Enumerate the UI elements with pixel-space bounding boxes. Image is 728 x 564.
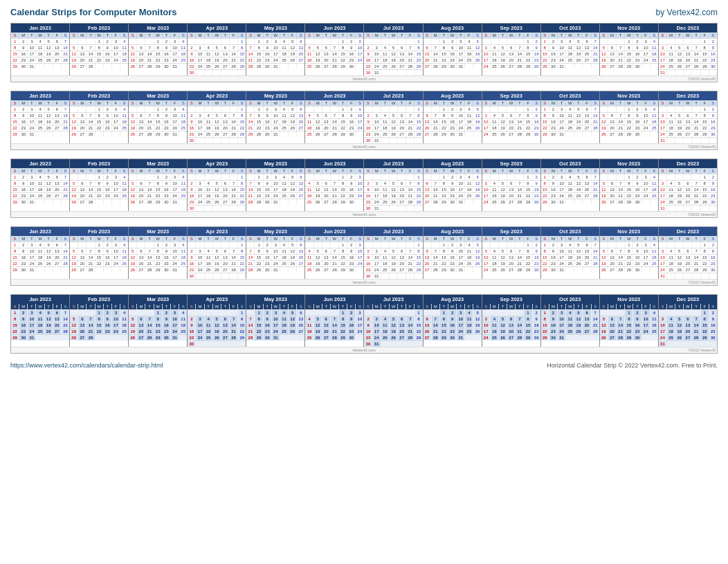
day-cell: 25 bbox=[179, 193, 187, 199]
day-cell: 12 bbox=[314, 51, 322, 57]
day-cell bbox=[45, 64, 53, 69]
day-cell bbox=[406, 70, 415, 75]
day-cell: 9 bbox=[364, 51, 372, 57]
week-row: 11121314151617 bbox=[305, 186, 363, 192]
day-cell: 14 bbox=[87, 322, 95, 328]
copyright: ©2022 Vertex42 bbox=[688, 348, 716, 352]
day-cell: 13 bbox=[221, 187, 230, 192]
day-cell: 16 bbox=[364, 261, 372, 266]
day-cell: 15 bbox=[440, 187, 448, 192]
day-cell: 12 bbox=[574, 248, 583, 254]
week-row: 30 bbox=[188, 205, 246, 211]
week-row: 262728293031 bbox=[129, 131, 187, 137]
day-cell: 7 bbox=[516, 248, 524, 254]
month-block: Mar 2023SMTWTFS 123456789101112131415161… bbox=[129, 24, 188, 75]
day-header: S bbox=[533, 100, 540, 106]
day-header: M bbox=[608, 33, 617, 38]
week-row: 15161718192021 bbox=[541, 186, 599, 192]
day-cell bbox=[608, 310, 617, 316]
day-cell: 4 bbox=[36, 39, 44, 44]
day-cell: 14 bbox=[406, 187, 415, 192]
day-cell bbox=[667, 242, 675, 248]
day-cell: 2 bbox=[709, 39, 717, 44]
day-cell: 9 bbox=[448, 316, 457, 322]
day-cell: 14 bbox=[62, 248, 69, 254]
week-row: 17181920212223 bbox=[482, 260, 540, 266]
day-cell: 22 bbox=[541, 57, 549, 63]
day-cell: 22 bbox=[440, 125, 448, 131]
day-cell: 8 bbox=[255, 113, 263, 118]
day-cell: 16 bbox=[347, 51, 356, 57]
month-block: Oct 2023SMTWTFS1234567891011121314151617… bbox=[541, 24, 600, 75]
week-row: 12345 bbox=[424, 106, 482, 112]
day-header: T bbox=[339, 304, 347, 309]
day-cell: 4 bbox=[120, 174, 128, 180]
day-cell: 7 bbox=[592, 39, 599, 44]
day-cell bbox=[667, 273, 675, 279]
day-cell: 7 bbox=[87, 181, 95, 186]
day-cell: 8 bbox=[701, 316, 709, 322]
day-cell: 3 bbox=[272, 174, 280, 180]
day-cell: 13 bbox=[137, 119, 145, 125]
day-header: F bbox=[230, 236, 238, 242]
day-cell: 26 bbox=[129, 64, 137, 69]
day-cell: 4 bbox=[36, 174, 44, 180]
day-cell: 6 bbox=[78, 113, 87, 118]
day-cell: 30 bbox=[19, 131, 28, 137]
day-header: T bbox=[221, 236, 230, 242]
day-cell bbox=[465, 335, 473, 340]
day-cell: 15 bbox=[625, 51, 633, 57]
day-cell: 3 bbox=[373, 113, 381, 118]
day-cell: 2 bbox=[533, 174, 540, 180]
day-cell: 22 bbox=[238, 261, 246, 266]
day-cell: 16 bbox=[533, 51, 540, 57]
day-cell: 9 bbox=[104, 316, 112, 322]
day-cell bbox=[390, 242, 398, 248]
week-row: 23242526272829 bbox=[364, 199, 422, 205]
day-cell: 12 bbox=[289, 248, 297, 254]
day-cell: 23 bbox=[549, 193, 558, 199]
day-cell bbox=[600, 242, 608, 248]
day-cell: 26 bbox=[45, 125, 53, 131]
day-cell: 17 bbox=[356, 119, 363, 125]
day-cell: 14 bbox=[617, 51, 625, 57]
day-cell bbox=[78, 242, 87, 248]
day-cell: 7 bbox=[432, 248, 440, 254]
week-row: 2345678 bbox=[364, 180, 422, 186]
day-cell bbox=[297, 131, 304, 137]
day-cell: 30 bbox=[264, 64, 272, 69]
week-row: 1234 bbox=[600, 309, 658, 316]
week-row: 9101112131415 bbox=[364, 186, 422, 192]
day-cell bbox=[297, 199, 304, 205]
day-cell: 4 bbox=[650, 174, 658, 180]
day-cell: 30 bbox=[633, 199, 641, 205]
day-cell: 15 bbox=[154, 119, 163, 125]
day-cell: 27 bbox=[78, 335, 87, 340]
day-cell: 24 bbox=[28, 125, 36, 131]
day-cell: 10 bbox=[356, 316, 363, 322]
day-cell: 16 bbox=[633, 119, 641, 125]
day-header: T bbox=[205, 168, 213, 174]
day-cell: 26 bbox=[129, 267, 137, 273]
day-cell: 6 bbox=[137, 248, 145, 254]
day-cell: 17 bbox=[112, 255, 120, 260]
day-cell: 21 bbox=[246, 57, 255, 63]
day-cell: 25 bbox=[667, 199, 675, 205]
day-header: T bbox=[675, 236, 684, 242]
day-cell: 11 bbox=[36, 181, 44, 186]
day-header: T bbox=[87, 33, 95, 38]
week-row: 12131415161718 bbox=[129, 118, 187, 125]
day-cell: 20 bbox=[684, 193, 692, 199]
day-cell: 13 bbox=[608, 119, 617, 125]
day-cell: 30 bbox=[633, 267, 641, 273]
day-cell: 21 bbox=[331, 193, 339, 199]
day-cell: 28 bbox=[592, 193, 599, 199]
day-header: T bbox=[457, 100, 465, 106]
day-cell: 23 bbox=[549, 57, 558, 63]
month-header: Aug 2023 bbox=[424, 295, 482, 304]
day-cell: 12 bbox=[600, 187, 608, 192]
day-cell: 25 bbox=[280, 329, 289, 334]
day-cell: 26 bbox=[574, 329, 583, 334]
day-cell: 1 bbox=[701, 310, 709, 316]
day-cell: 11 bbox=[650, 45, 658, 51]
